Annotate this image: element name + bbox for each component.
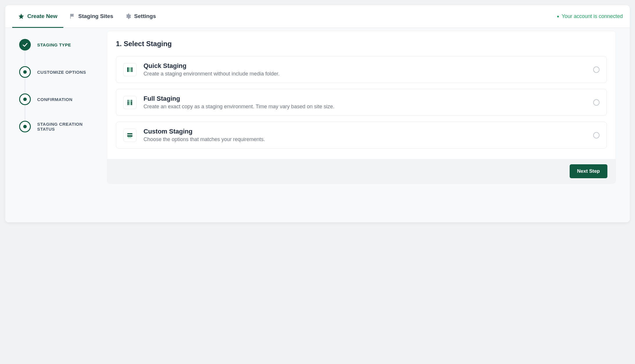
panel-title: 1. Select Staging bbox=[116, 40, 607, 48]
svg-rect-8 bbox=[131, 101, 132, 101]
svg-rect-10 bbox=[127, 134, 132, 135]
gear-icon bbox=[125, 13, 131, 19]
tab-settings[interactable]: Settings bbox=[119, 6, 162, 28]
step-dot-icon bbox=[19, 66, 31, 78]
step-label: CONFIRMATION bbox=[37, 97, 73, 102]
step-label: STAGING TYPE bbox=[37, 42, 71, 47]
main: 1. Select Staging Quick Staging Create a… bbox=[104, 28, 630, 222]
tab-create-new[interactable]: Create New bbox=[12, 6, 63, 28]
account-status: Your account is connected bbox=[557, 13, 623, 19]
step-customize-options[interactable]: CUSTOMIZE OPTIONS bbox=[19, 66, 98, 78]
tab-label: Create New bbox=[27, 13, 58, 19]
radio-input[interactable] bbox=[593, 99, 600, 106]
check-icon bbox=[19, 39, 31, 51]
svg-rect-7 bbox=[130, 101, 130, 101]
option-custom-staging[interactable]: Custom Staging Choose the options that m… bbox=[116, 122, 607, 149]
app-card: Create New Staging Sites Settings Your a… bbox=[5, 5, 630, 222]
option-title: Custom Staging bbox=[143, 128, 586, 135]
step-dot-icon bbox=[19, 121, 31, 132]
svg-rect-3 bbox=[128, 100, 129, 105]
option-title: Quick Staging bbox=[143, 62, 586, 70]
option-title: Full Staging bbox=[143, 95, 586, 102]
star-icon bbox=[18, 13, 24, 19]
svg-rect-1 bbox=[129, 67, 131, 72]
step-confirmation[interactable]: CONFIRMATION bbox=[19, 93, 98, 106]
radio-input[interactable] bbox=[593, 66, 600, 73]
body: STAGING TYPE CUSTOMIZE OPTIONS CONFIRMAT… bbox=[5, 28, 630, 222]
tab-label: Staging Sites bbox=[78, 13, 113, 19]
step-sidebar: STAGING TYPE CUSTOMIZE OPTIONS CONFIRMAT… bbox=[5, 28, 104, 222]
svg-rect-6 bbox=[128, 101, 128, 101]
panel-footer: Next Step bbox=[107, 159, 616, 183]
step-creation-status[interactable]: STAGING CREATION STATUS bbox=[19, 120, 98, 133]
panel: 1. Select Staging Quick Staging Create a… bbox=[107, 31, 616, 184]
svg-rect-2 bbox=[131, 67, 132, 72]
building-icon bbox=[123, 96, 137, 109]
card-icon bbox=[123, 129, 137, 142]
tab-label: Settings bbox=[134, 13, 156, 19]
step-label: STAGING CREATION STATUS bbox=[37, 122, 98, 131]
option-desc: Create a staging environment without inc… bbox=[143, 71, 586, 77]
option-desc: Choose the options that matches your req… bbox=[143, 136, 586, 143]
status-dot-icon bbox=[557, 16, 559, 17]
step-label: CUSTOMIZE OPTIONS bbox=[37, 70, 86, 75]
option-desc: Create an exact copy as a staging enviro… bbox=[143, 104, 586, 110]
map-icon bbox=[123, 63, 137, 76]
step-dot-icon bbox=[19, 93, 31, 105]
tab-staging-sites[interactable]: Staging Sites bbox=[63, 6, 119, 28]
option-full-staging[interactable]: Full Staging Create an exact copy as a s… bbox=[116, 89, 607, 116]
flag-icon bbox=[69, 13, 76, 19]
status-text: Your account is connected bbox=[562, 13, 623, 19]
svg-rect-5 bbox=[131, 100, 132, 105]
option-quick-staging[interactable]: Quick Staging Create a staging environme… bbox=[116, 56, 607, 83]
next-step-button[interactable]: Next Step bbox=[570, 164, 607, 178]
svg-rect-11 bbox=[128, 137, 131, 138]
tab-bar: Create New Staging Sites Settings Your a… bbox=[5, 5, 630, 28]
step-staging-type[interactable]: STAGING TYPE bbox=[19, 38, 98, 51]
svg-rect-0 bbox=[127, 67, 129, 72]
svg-rect-4 bbox=[129, 100, 130, 105]
radio-input[interactable] bbox=[593, 132, 600, 138]
